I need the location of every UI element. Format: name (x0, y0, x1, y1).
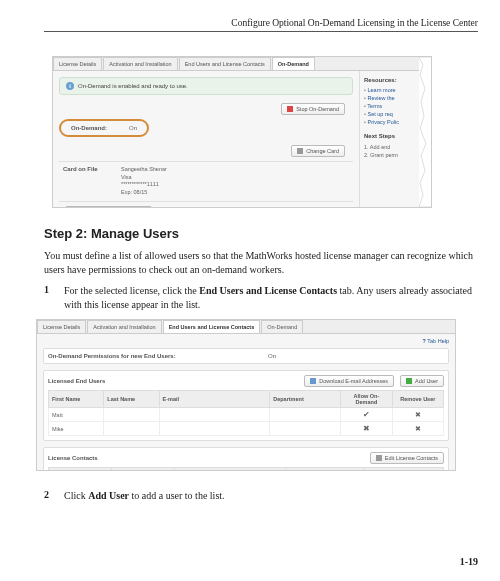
on-demand-value: On (129, 125, 137, 131)
card-type: Visa (121, 174, 167, 182)
card-on-file-row: Card on File Sangeetha Shenar Visa *****… (59, 161, 353, 201)
stop-icon (287, 106, 293, 112)
remove-user-icon[interactable]: ✖ (392, 422, 443, 436)
info-text: On-Demand is enabled and ready to use. (78, 83, 188, 89)
col-allow-od: Allow On-Demand (341, 391, 392, 408)
tab2-activation[interactable]: Activation and Installation (87, 320, 161, 333)
info-icon: i (66, 82, 74, 90)
col-email: E-mail (159, 391, 270, 408)
license-contacts-panel: License Contacts Edit License Contacts F… (43, 447, 449, 471)
on-demand-label: On-Demand: (71, 125, 107, 131)
card-icon (297, 148, 303, 154)
item2-post: to add a user to the list. (129, 490, 225, 501)
screenshot-on-demand-tab: License Details Activation and Installat… (52, 56, 432, 208)
cell-first: Matt (49, 408, 104, 422)
tab-end-users[interactable]: End Users and License Contacts (179, 57, 271, 70)
stop-label: Stop On-Demand (296, 106, 339, 112)
download-icon (310, 378, 316, 384)
end-users-title: Licensed End Users (48, 378, 105, 384)
stop-on-demand-button[interactable]: Stop On-Demand (281, 103, 345, 115)
item-number-2: 2 (44, 489, 54, 503)
tab-help-link[interactable]: Tab Help (43, 338, 449, 344)
item-number-1: 1 (44, 284, 54, 311)
allow-check-icon[interactable]: ✔ (341, 408, 392, 422)
col-remove: Remove User (392, 391, 443, 408)
link-setup[interactable]: Set up req (364, 111, 427, 117)
col-last-name: Last Name (104, 391, 159, 408)
end-users-table: First Name Last Name E-mail Department A… (48, 390, 444, 436)
page-header: Configure Optional On-Demand Licensing i… (44, 18, 478, 32)
card-name: Sangeetha Shenar (121, 166, 167, 174)
edit-contacts-label: Edit License Contacts (385, 455, 438, 461)
perm-value: On (268, 353, 276, 359)
card-exp: Exp: 08/15 (121, 189, 167, 197)
card-label: Card on File (63, 166, 113, 197)
contacts-table: First Name Last Name E-mail Role Departm… (48, 467, 444, 471)
col-first-name: First Name (49, 391, 104, 408)
next-step-2: 2. Grant perm (364, 151, 427, 159)
end-users-panel: Licensed End Users Download E-mail Addre… (43, 370, 449, 441)
tab-license-details[interactable]: License Details (53, 57, 102, 70)
card-number: ************1111 (121, 181, 167, 189)
tab2-end-users[interactable]: End Users and License Contacts (163, 320, 261, 333)
next-steps-heading: Next Steps (364, 133, 427, 139)
perm-label: On-Demand Permissions for new End Users: (48, 353, 228, 359)
list-item-2: 2 Click Add User to add a user to the li… (44, 489, 478, 503)
link-terms[interactable]: Terms (364, 103, 427, 109)
tab2-license-details[interactable]: License Details (37, 320, 86, 333)
tabs-row-2: License Details Activation and Installat… (37, 320, 455, 334)
col2-role: Role (285, 468, 364, 472)
tabs-row: License Details Activation and Installat… (53, 57, 431, 71)
item2-bold: Add User (88, 490, 129, 501)
resources-heading: Resources: (364, 77, 427, 83)
page-number: 1-19 (460, 556, 478, 567)
col-department: Department (270, 391, 341, 408)
add-user-icon (406, 378, 412, 384)
tab2-on-demand[interactable]: On-Demand (261, 320, 303, 333)
col2-last: Last Name (112, 468, 175, 472)
table-row: Matt ✔ ✖ (49, 408, 444, 422)
tab-on-demand[interactable]: On-Demand (272, 57, 315, 70)
item2-pre: Click (64, 490, 88, 501)
edit-contacts-button[interactable]: Edit License Contacts (370, 452, 444, 464)
col2-first: First Name (49, 468, 112, 472)
intro-paragraph: You must define a list of allowed users … (44, 249, 478, 276)
remove-user-icon[interactable]: ✖ (392, 408, 443, 422)
change-card-label: Change Card (306, 148, 339, 154)
usage-history-button[interactable]: On-Demand Usage History (65, 206, 152, 208)
list-item-1: 1 For the selected license, click the En… (44, 284, 478, 311)
step-heading: Step 2: Manage Users (44, 226, 478, 241)
col2-email: E-mail (175, 468, 286, 472)
download-label: Download E-mail Addresses (319, 378, 388, 384)
item1-pre: For the selected license, click the (64, 285, 199, 296)
tab-activation[interactable]: Activation and Installation (103, 57, 177, 70)
allow-cross-icon[interactable]: ✖ (341, 422, 392, 436)
contacts-title: License Contacts (48, 455, 98, 461)
link-review[interactable]: Review the (364, 95, 427, 101)
next-step-1: 1. Add end (364, 143, 427, 151)
item1-bold: End Users and License Contacts (199, 285, 337, 296)
on-demand-status-pill: On-Demand: On (59, 119, 149, 137)
screenshot-end-users-tab: License Details Activation and Installat… (36, 319, 456, 471)
torn-edge-decoration (419, 57, 432, 207)
add-user-label: Add User (415, 378, 438, 384)
permissions-panel: On-Demand Permissions for new End Users:… (43, 348, 449, 364)
table-row: Mike ✖ ✖ (49, 422, 444, 436)
col2-dept: Department (364, 468, 443, 472)
info-banner: i On-Demand is enabled and ready to use. (59, 77, 353, 95)
change-card-button[interactable]: Change Card (291, 145, 345, 157)
add-user-button[interactable]: Add User (400, 375, 444, 387)
link-learn-more[interactable]: Learn more (364, 87, 427, 93)
download-emails-button[interactable]: Download E-mail Addresses (304, 375, 394, 387)
edit-icon (376, 455, 382, 461)
link-privacy[interactable]: Privacy Polic (364, 119, 427, 125)
cell-first: Mike (49, 422, 104, 436)
